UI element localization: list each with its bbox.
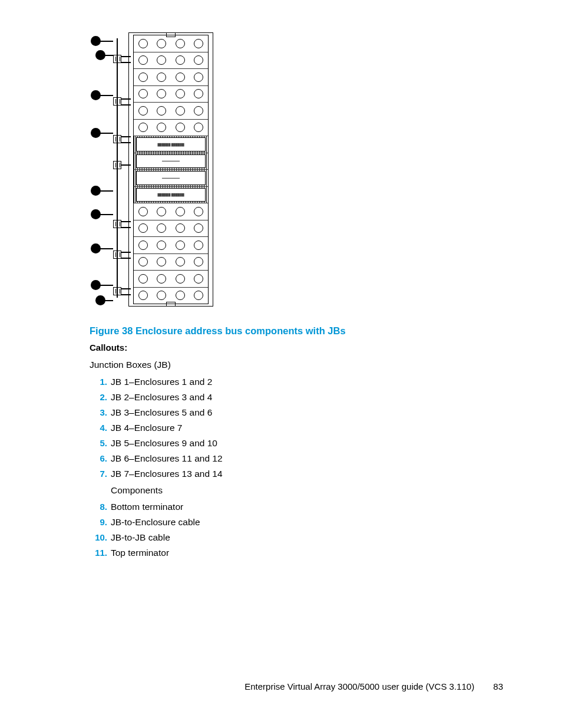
callout-dot-7 bbox=[91, 243, 101, 253]
callout-dot-1 bbox=[91, 36, 101, 46]
callout-text: JB 6–Enclosures 11 and 12 bbox=[111, 452, 223, 466]
callout-text: Top terminator bbox=[111, 546, 169, 560]
figure-diagram: ▓▓▓▓▓▓ ▓▓▓▓▓▓ ━━━━━━━━━━ ━━━━━━━━━━ ▓▓▓▓… bbox=[90, 32, 213, 307]
callout-num: 5. bbox=[90, 436, 111, 450]
callout-dot-3 bbox=[91, 90, 101, 100]
callout-text: JB-to-JB cable bbox=[111, 531, 170, 545]
page-number: 83 bbox=[493, 681, 503, 691]
callout-text: Bottom terminator bbox=[111, 500, 183, 514]
callout-num: 3. bbox=[90, 406, 111, 419]
callout-dot-5 bbox=[91, 186, 101, 196]
callout-text: JB 1–Enclosures 1 and 2 bbox=[111, 375, 212, 389]
callouts-label: Callouts: bbox=[90, 342, 506, 353]
callout-num: 1. bbox=[90, 375, 111, 388]
callout-text: JB 4–Enclosure 7 bbox=[111, 421, 183, 435]
callout-dot-2 bbox=[95, 50, 105, 60]
callout-num: 6. bbox=[90, 452, 111, 465]
callout-num: 2. bbox=[90, 390, 111, 404]
figure-caption: Figure 38 Enclosure address bus componen… bbox=[90, 325, 506, 337]
callout-text: JB-to-Enclosure cable bbox=[111, 515, 200, 529]
components-subhead: Components bbox=[111, 483, 163, 498]
callout-text: JB 2–Enclosures 3 and 4 bbox=[111, 390, 212, 404]
callout-num: 7. bbox=[90, 467, 111, 480]
callout-dot-8 bbox=[91, 280, 101, 290]
callout-num: 9. bbox=[90, 515, 111, 529]
callout-num: 8. bbox=[90, 500, 111, 513]
callout-text: JB 7–Enclosures 13 and 14 bbox=[111, 467, 223, 481]
callout-text: JB 3–Enclosures 5 and 6 bbox=[111, 406, 212, 420]
callout-num: 10. bbox=[90, 531, 111, 544]
callout-num: 4. bbox=[90, 421, 111, 434]
callout-list: 1.JB 1–Enclosures 1 and 2 2.JB 2–Enclosu… bbox=[90, 375, 506, 560]
callout-num: 11. bbox=[90, 546, 111, 559]
callout-dot-4 bbox=[91, 128, 101, 138]
footer-text: Enterprise Virtual Array 3000/5000 user … bbox=[244, 681, 474, 691]
jb-intro-text: Junction Boxes (JB) bbox=[90, 360, 506, 370]
page-footer: Enterprise Virtual Array 3000/5000 user … bbox=[0, 681, 562, 691]
callout-text: JB 5–Enclosures 9 and 10 bbox=[111, 436, 217, 450]
callout-dot-9 bbox=[95, 295, 105, 305]
rack-enclosures: ▓▓▓▓▓▓ ▓▓▓▓▓▓ ━━━━━━━━━━ ━━━━━━━━━━ ▓▓▓▓… bbox=[133, 35, 209, 304]
callout-dot-6 bbox=[91, 209, 101, 219]
